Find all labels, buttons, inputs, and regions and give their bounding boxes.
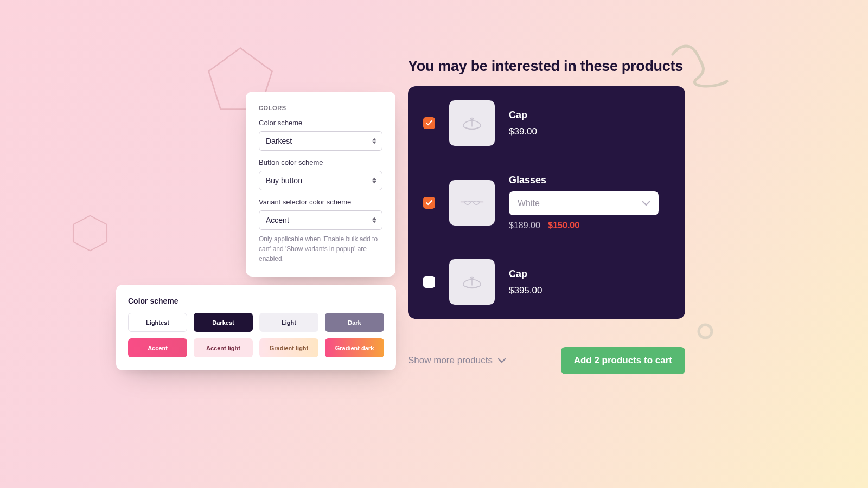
product-price: $395.00 — [509, 285, 670, 296]
cap-icon — [458, 109, 486, 137]
select-caret-icon — [372, 138, 376, 144]
settings-heading: COLORS — [259, 105, 382, 111]
check-icon — [426, 200, 432, 206]
product-row: Glasses White $189.00 $150.00 — [408, 160, 685, 245]
product-name: Glasses — [509, 175, 670, 186]
button-color-scheme-value: Buy button — [266, 176, 302, 185]
swatch-grid: Lightest Darkest Light Dark Accent Accen… — [128, 313, 384, 357]
variant-selector-scheme-select[interactable]: Accent — [259, 210, 382, 230]
button-color-scheme-select[interactable]: Buy button — [259, 171, 382, 190]
product-thumbnail — [449, 180, 495, 226]
product-name: Cap — [509, 110, 670, 121]
swatch-dark[interactable]: Dark — [325, 313, 384, 332]
cap-icon — [458, 268, 486, 296]
product-thumbnail — [449, 259, 495, 305]
swatch-accent[interactable]: Accent — [128, 338, 187, 357]
chevron-down-icon — [642, 201, 650, 206]
hexagon-decoration — [71, 214, 110, 253]
compare-price: $189.00 — [509, 221, 540, 230]
product-thumbnail — [449, 100, 495, 146]
swatch-darkest[interactable]: Darkest — [194, 313, 253, 332]
svg-marker-1 — [73, 216, 107, 251]
sale-price: $150.00 — [548, 221, 579, 230]
upsell-title: You may be interested in these products — [408, 58, 683, 75]
select-caret-icon — [372, 217, 376, 223]
product-name: Cap — [509, 268, 670, 280]
product-checkbox[interactable] — [423, 197, 435, 209]
product-row: Cap $39.00 — [408, 86, 685, 160]
swatch-lightest[interactable]: Lightest — [128, 313, 187, 332]
ring-decoration — [696, 322, 714, 341]
colors-settings-card: COLORS Color scheme Darkest Button color… — [246, 92, 395, 277]
select-caret-icon — [372, 178, 376, 184]
color-scheme-select[interactable]: Darkest — [259, 131, 382, 151]
glasses-icon — [458, 189, 486, 217]
check-icon — [426, 120, 432, 126]
color-scheme-value: Darkest — [266, 137, 292, 145]
variant-selector-scheme-label: Variant selector color scheme — [259, 198, 382, 206]
swatch-gradient-dark[interactable]: Gradient dark — [325, 338, 384, 357]
variant-select[interactable]: White — [509, 191, 659, 215]
product-checkbox[interactable] — [423, 276, 435, 288]
product-checkbox[interactable] — [423, 117, 435, 129]
add-to-cart-button[interactable]: Add 2 products to cart — [561, 347, 685, 374]
swatch-accent-light[interactable]: Accent light — [194, 338, 253, 357]
panel-footer: Show more products Add 2 products to car… — [408, 347, 685, 374]
palette-title: Color scheme — [128, 297, 384, 305]
svg-point-2 — [699, 325, 712, 338]
variant-value: White — [518, 198, 540, 208]
variant-selector-helper: Only applicable when 'Enable bulk add to… — [259, 234, 382, 264]
show-more-link[interactable]: Show more products — [408, 355, 506, 366]
product-row: Cap $395.00 — [408, 245, 685, 319]
chevron-down-icon — [498, 358, 506, 363]
product-price: $39.00 — [509, 126, 670, 137]
variant-selector-scheme-value: Accent — [266, 216, 289, 224]
swatch-light[interactable]: Light — [259, 313, 318, 332]
color-scheme-palette-card: Color scheme Lightest Darkest Light Dark… — [116, 285, 396, 370]
swatch-gradient-light[interactable]: Gradient light — [259, 338, 318, 357]
product-panel: Cap $39.00 Glasses White $189.00 $150 — [408, 86, 685, 319]
button-color-scheme-label: Button color scheme — [259, 158, 382, 166]
color-scheme-label: Color scheme — [259, 119, 382, 127]
